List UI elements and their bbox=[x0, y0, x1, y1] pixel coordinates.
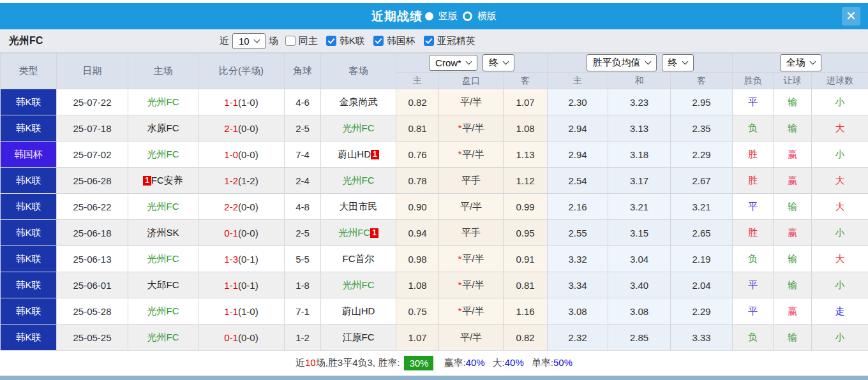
league-acl-checkbox[interactable] bbox=[424, 36, 434, 46]
europe-draw-odds-cell: 3.23 bbox=[608, 89, 671, 115]
league-type-cell: 韩K联 bbox=[1, 168, 57, 194]
vertical-layout-label[interactable]: 竖版 bbox=[438, 10, 458, 22]
asia-home-odds-cell: 0.94 bbox=[396, 220, 439, 246]
handicap-result-cell: 赢 bbox=[774, 142, 812, 168]
result-value: 胜 bbox=[748, 149, 758, 159]
scope-select[interactable]: 全场 bbox=[780, 54, 821, 71]
match-date-cell: 25-07-22 bbox=[57, 89, 128, 115]
full-time-score: 2-1 bbox=[224, 123, 238, 134]
home-team-cell: 济州SK bbox=[128, 220, 198, 246]
full-time-score: 1-1 bbox=[224, 97, 238, 108]
asia-away-odds-cell: 1.12 bbox=[504, 168, 548, 194]
match-date-cell: 25-06-13 bbox=[57, 246, 128, 272]
asia-home-odds-cell: 0.75 bbox=[396, 298, 439, 325]
away-team-cell: 蔚山HD bbox=[321, 298, 396, 325]
horizontal-layout-label[interactable]: 横版 bbox=[477, 10, 497, 22]
europe-company-select[interactable]: 胜平负均值 bbox=[587, 54, 657, 71]
handicap-result-value: 赢 bbox=[788, 227, 797, 238]
team-name: 光州FC bbox=[147, 332, 179, 342]
asia-away-odds-cell: 1.13 bbox=[504, 142, 548, 168]
asia-company-select[interactable]: Crow* bbox=[429, 55, 477, 71]
handicap-cell: *平/半 bbox=[439, 115, 504, 142]
match-count-select[interactable]: 10 bbox=[232, 33, 266, 49]
asia-time-select[interactable]: 终 bbox=[483, 54, 514, 71]
red-card-badge: 1 bbox=[143, 176, 151, 186]
goals-result-value: 大 bbox=[835, 253, 845, 264]
chevron-down-icon bbox=[682, 59, 688, 65]
team-name: 光州FC bbox=[343, 175, 375, 186]
goals-result-value: 走 bbox=[835, 305, 845, 316]
chevron-down-icon bbox=[645, 59, 651, 65]
radio-vertical-layout[interactable] bbox=[425, 12, 433, 20]
subheader-eu-away: 客 bbox=[671, 73, 733, 89]
handicap-star: * bbox=[458, 149, 461, 159]
team-name: 大田市民 bbox=[340, 201, 378, 212]
europe-home-odds-cell: 2.94 bbox=[548, 142, 608, 168]
half-time-score: (1-0) bbox=[238, 306, 258, 317]
match-date-cell: 25-07-18 bbox=[57, 115, 128, 142]
team-name: 蔚山HD bbox=[342, 305, 375, 316]
half-time-score: (0-0) bbox=[238, 123, 258, 134]
corner-cell: 1-2 bbox=[285, 325, 321, 351]
handicap-text: 平手 bbox=[461, 227, 481, 238]
home-team-cell: 1FC安养 bbox=[128, 168, 198, 194]
same-home-label: 同主 bbox=[299, 35, 318, 47]
result-value: 负 bbox=[748, 332, 758, 342]
match-row: 韩K联25-06-281FC安养1-2(1-2)2-4光州FC0.78平手1.1… bbox=[1, 168, 868, 194]
team-name: 光州FC bbox=[147, 201, 179, 212]
league-type-cell: 韩K联 bbox=[1, 89, 57, 115]
subheader-handicap-result: 让球 bbox=[774, 73, 812, 89]
handicap-result-cell: 输 bbox=[774, 325, 812, 351]
league-type-cell: 韩K联 bbox=[1, 272, 57, 298]
chevron-down-icon bbox=[253, 36, 260, 43]
goals-result-value: 小 bbox=[835, 279, 845, 290]
asia-time-value: 终 bbox=[489, 57, 498, 69]
handicap-text: 平/半 bbox=[462, 253, 484, 264]
title-bar: 近期战绩 竖版 横版 ✕ bbox=[0, 3, 868, 29]
close-icon[interactable]: ✕ bbox=[842, 7, 860, 26]
match-date-cell: 25-06-01 bbox=[57, 272, 128, 298]
red-card-badge: 1 bbox=[370, 228, 378, 238]
europe-odds-group-header: 胜平负均值 终 bbox=[548, 54, 733, 73]
team-name: 济州SK bbox=[147, 227, 179, 238]
home-team-cell: 光州FC bbox=[128, 298, 198, 325]
europe-draw-odds-cell: 3.08 bbox=[608, 298, 671, 325]
league-acl-label: 亚冠精英 bbox=[437, 35, 475, 47]
europe-home-odds-cell: 2.55 bbox=[548, 220, 608, 246]
radio-horizontal-layout[interactable] bbox=[463, 11, 472, 21]
subheader-goals: 进球数 bbox=[812, 73, 868, 89]
full-time-score: 1-1 bbox=[224, 306, 238, 317]
result-cell: 负 bbox=[733, 325, 774, 351]
full-time-score: 1-0 bbox=[224, 149, 238, 160]
league-koreacup-checkbox[interactable] bbox=[373, 36, 384, 46]
match-date-cell: 25-06-18 bbox=[57, 220, 128, 246]
chevron-down-icon bbox=[465, 59, 472, 65]
result-cell: 负 bbox=[733, 246, 774, 272]
europe-away-odds-cell: 3.21 bbox=[671, 194, 733, 220]
result-value: 胜 bbox=[748, 175, 758, 186]
handicap-text: 平/半 bbox=[460, 201, 482, 212]
result-group-header: 全场 bbox=[733, 54, 868, 73]
chevron-down-icon bbox=[809, 59, 816, 65]
subheader-result: 胜负 bbox=[733, 73, 774, 89]
match-date-cell: 25-05-28 bbox=[57, 298, 128, 325]
europe-time-select[interactable]: 终 bbox=[662, 54, 694, 71]
league-kleague-checkbox[interactable] bbox=[326, 36, 336, 46]
europe-away-odds-cell: 2.35 bbox=[671, 115, 733, 142]
europe-away-odds-cell: 2.04 bbox=[671, 272, 733, 298]
same-home-checkbox[interactable] bbox=[285, 36, 296, 46]
europe-draw-odds-cell: 2.85 bbox=[608, 325, 671, 351]
goals-result-value: 大 bbox=[835, 122, 845, 133]
match-row: 韩K联25-07-18水原FC2-1(0-0)2-5光州FC0.81*平/半1.… bbox=[1, 115, 868, 142]
half-time-score: (0-1) bbox=[238, 280, 258, 291]
match-row: 韩K联25-06-18济州SK0-1(0-0)2-5光州FC10.94平手0.9… bbox=[1, 220, 868, 246]
asia-home-odds-cell: 1.07 bbox=[396, 325, 439, 351]
match-row: 韩K联25-07-22光州FC1-1(1-0)4-6金泉尚武0.82平/半1.0… bbox=[1, 89, 868, 115]
goals-result-cell: 小 bbox=[812, 325, 868, 351]
asia-away-odds-cell: 1.07 bbox=[504, 89, 548, 115]
score-cell: 0-1(0-0) bbox=[198, 220, 285, 246]
goals-result-cell: 小 bbox=[812, 272, 868, 298]
match-row: 韩K联25-05-28光州FC1-1(1-0)7-1蔚山HD0.75*平/半1.… bbox=[1, 298, 868, 325]
europe-time-value: 终 bbox=[668, 57, 678, 69]
goals-result-cell: 小 bbox=[812, 89, 868, 115]
